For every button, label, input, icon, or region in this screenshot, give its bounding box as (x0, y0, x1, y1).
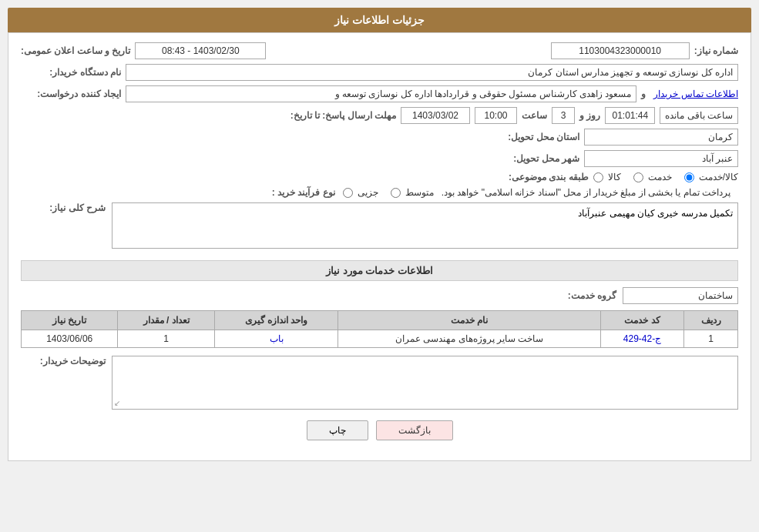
tabaqe-option-2[interactable]: خدمت (633, 172, 672, 182)
mohlat-saat: 10:00 (475, 107, 517, 124)
namdastgah-value: اداره کل نوسازی توسعه و تجهیز مدارس استا… (126, 64, 738, 81)
service-link[interactable]: ج-42-429 (623, 333, 661, 344)
tabaqe-group: کالا/خدمت خدمت کالا (593, 172, 738, 182)
col-tedad: تعداد / مقدار (118, 311, 214, 330)
nofarayand-radio-1[interactable] (343, 188, 353, 198)
tabaqe-radio-1[interactable] (593, 172, 603, 182)
mohlat-rooz-label: روز و (579, 110, 600, 121)
tabaqe-label-2: خدمت (648, 172, 672, 182)
mohlat-label: مهلت ارسال پاسخ: تا تاریخ: (286, 110, 396, 121)
col-kod: کد خدمت (601, 311, 684, 330)
namdastgah-label: نام دستگاه خریدار: (21, 67, 121, 78)
ijad-value: مسعود زاهدی کارشناس مسئول حقوقی و قراردا… (126, 85, 636, 102)
nofarayand-label-1: جزیی (358, 187, 378, 198)
cell-tedad: 1 (118, 330, 214, 348)
cell-vahed: باب (214, 330, 338, 348)
header-title: جزئیات اطلاعات نیاز (334, 14, 425, 26)
vahed-link[interactable]: باب (270, 333, 284, 344)
nofarayand-option-2[interactable]: متوسط (391, 187, 434, 198)
page-header: جزئیات اطلاعات نیاز (8, 8, 751, 32)
group-label: گروه خدمت: (516, 290, 616, 301)
mohlat-saat2: 01:01:44 (605, 107, 655, 124)
tabaqe-label-1: کالا (608, 172, 621, 182)
tozihat-label: توضیحات خریدار: (21, 356, 106, 366)
cell-tarikh: 1403/06/06 (22, 330, 118, 348)
nofarayand-radio-2[interactable] (391, 188, 401, 198)
contact-link[interactable]: اطلاعات تماس خریدار (653, 89, 738, 99)
tarikh-value: 1403/02/30 - 08:43 (135, 42, 266, 59)
ostan-value: کرمان (584, 129, 738, 146)
services-table: ردیف کد خدمت نام خدمت واحد اندازه گیری ت… (21, 310, 738, 348)
resize-icon: ↙ (114, 399, 120, 407)
shahr-label: شهر محل تحویل: (479, 153, 579, 164)
mohlat-rooz: 3 (552, 107, 575, 124)
nofarayand-group: متوسط جزیی (343, 187, 434, 198)
print-button[interactable]: چاپ (307, 420, 368, 440)
nofarayand-option-1[interactable]: جزیی (343, 187, 378, 198)
ostan-label: استان محل تحویل: (479, 132, 579, 142)
ijad-label: ایجاد کننده درخواست: (21, 89, 121, 99)
mohlat-saat-label: ساعت (522, 110, 547, 121)
mohlat-mande-unit: ساعت باقی مانده (660, 107, 738, 124)
nofarayand-label: نوع فرآیند خرید : (235, 187, 335, 198)
shomara-value: 1103004323000010 (551, 42, 690, 59)
cell-name: ساخت سایر پروژه‌های مهندسی عمران (338, 330, 601, 348)
tabaqe-label: طبقه بندی موضوعی: (489, 172, 589, 182)
purchase-text: پرداخت تمام یا بخشی از مبلغ خریدار از مح… (442, 187, 730, 198)
sharh-textarea[interactable] (112, 202, 738, 249)
tabaqe-radio-2[interactable] (633, 172, 643, 182)
cell-radif: 1 (684, 330, 738, 348)
tabaqe-option-3[interactable]: کالا/خدمت (684, 172, 738, 182)
col-name: نام خدمت (338, 311, 601, 330)
buttons-row: بازگشت چاپ (21, 420, 738, 448)
sharh-label: شرح کلی نیاز: (21, 202, 106, 213)
tabaqe-label-3: کالا/خدمت (699, 172, 738, 182)
shomara-label: شماره نیاز: (694, 45, 738, 56)
nofarayand-label-2: متوسط (405, 187, 434, 198)
cell-kod: ج-42-429 (601, 330, 684, 348)
tozihat-area: ↙ (112, 356, 738, 410)
shahr-value: عنبر آباد (584, 150, 738, 167)
group-value: ساختمان (623, 287, 738, 304)
mohlat-date: 1403/03/02 (401, 107, 470, 124)
back-button[interactable]: بازگشت (376, 420, 453, 440)
col-radif: ردیف (684, 311, 738, 330)
tabaqe-option-1[interactable]: کالا (593, 172, 621, 182)
services-section-title: اطلاعات خدمات مورد نیاز (21, 260, 738, 281)
tabaqe-radio-3[interactable] (684, 172, 694, 182)
col-tarikh: تاریخ نیاز (22, 311, 118, 330)
col-vahed: واحد اندازه گیری (214, 311, 338, 330)
table-row: 1 ج-42-429 ساخت سایر پروژه‌های مهندسی عم… (22, 330, 738, 348)
tarikh-label: تاریخ و ساعت اعلان عمومی: (21, 45, 130, 56)
